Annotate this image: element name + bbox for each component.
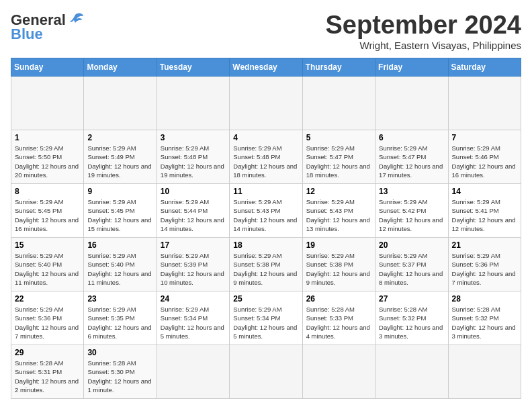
day-info: Sunrise: 5:28 AM Sunset: 5:31 PM Dayligh… xyxy=(15,359,80,394)
table-row: 30Sunrise: 5:28 AM Sunset: 5:30 PM Dayli… xyxy=(84,345,157,399)
day-info: Sunrise: 5:29 AM Sunset: 5:37 PM Dayligh… xyxy=(379,251,444,287)
day-info: Sunrise: 5:28 AM Sunset: 5:32 PM Dayligh… xyxy=(379,305,444,340)
day-info: Sunrise: 5:29 AM Sunset: 5:50 PM Dayligh… xyxy=(15,144,80,179)
table-row: 22Sunrise: 5:29 AM Sunset: 5:36 PM Dayli… xyxy=(11,291,84,345)
day-info: Sunrise: 5:29 AM Sunset: 5:47 PM Dayligh… xyxy=(379,144,444,179)
table-row: 7Sunrise: 5:29 AM Sunset: 5:46 PM Daylig… xyxy=(448,130,521,184)
table-row: 4Sunrise: 5:29 AM Sunset: 5:48 PM Daylig… xyxy=(230,130,302,184)
day-info: Sunrise: 5:28 AM Sunset: 5:33 PM Dayligh… xyxy=(306,305,371,340)
calendar-week-row xyxy=(11,77,521,130)
calendar-week-row: 15Sunrise: 5:29 AM Sunset: 5:40 PM Dayli… xyxy=(11,238,521,291)
day-number: 17 xyxy=(161,240,226,250)
day-number: 25 xyxy=(233,294,298,304)
col-friday: Friday xyxy=(375,58,448,77)
day-info: Sunrise: 5:28 AM Sunset: 5:30 PM Dayligh… xyxy=(87,359,152,394)
day-info: Sunrise: 5:29 AM Sunset: 5:47 PM Dayligh… xyxy=(306,144,371,179)
table-row xyxy=(230,345,302,399)
day-number: 28 xyxy=(452,294,517,304)
table-row: 29Sunrise: 5:28 AM Sunset: 5:31 PM Dayli… xyxy=(11,345,84,399)
day-info: Sunrise: 5:29 AM Sunset: 5:34 PM Dayligh… xyxy=(233,305,298,340)
col-thursday: Thursday xyxy=(302,58,375,77)
day-info: Sunrise: 5:29 AM Sunset: 5:45 PM Dayligh… xyxy=(15,197,80,233)
day-number: 13 xyxy=(379,187,444,196)
table-row: 21Sunrise: 5:29 AM Sunset: 5:36 PM Dayli… xyxy=(448,238,521,291)
day-number: 14 xyxy=(452,187,517,196)
logo: General Blue xyxy=(11,11,85,43)
table-row: 6Sunrise: 5:29 AM Sunset: 5:47 PM Daylig… xyxy=(375,130,448,184)
calendar-week-row: 1Sunrise: 5:29 AM Sunset: 5:50 PM Daylig… xyxy=(11,130,521,184)
table-row xyxy=(230,77,302,130)
day-info: Sunrise: 5:29 AM Sunset: 5:34 PM Dayligh… xyxy=(161,305,226,340)
col-tuesday: Tuesday xyxy=(157,58,229,77)
day-info: Sunrise: 5:29 AM Sunset: 5:49 PM Dayligh… xyxy=(87,144,152,179)
table-row: 1Sunrise: 5:29 AM Sunset: 5:50 PM Daylig… xyxy=(11,130,84,184)
table-row xyxy=(448,345,521,399)
table-row: 24Sunrise: 5:29 AM Sunset: 5:34 PM Dayli… xyxy=(157,291,229,345)
day-info: Sunrise: 5:29 AM Sunset: 5:42 PM Dayligh… xyxy=(379,197,444,233)
day-number: 4 xyxy=(233,133,298,142)
day-number: 24 xyxy=(161,294,226,304)
day-number: 7 xyxy=(452,133,517,142)
day-info: Sunrise: 5:29 AM Sunset: 5:46 PM Dayligh… xyxy=(452,144,517,179)
col-wednesday: Wednesday xyxy=(230,58,302,77)
day-info: Sunrise: 5:29 AM Sunset: 5:48 PM Dayligh… xyxy=(233,144,298,179)
table-row xyxy=(375,345,448,399)
table-row xyxy=(157,345,229,399)
day-number: 11 xyxy=(233,187,298,196)
table-row xyxy=(302,345,375,399)
table-row: 15Sunrise: 5:29 AM Sunset: 5:40 PM Dayli… xyxy=(11,238,84,291)
table-row xyxy=(11,77,84,130)
month-title: September 2024 xyxy=(326,11,522,40)
day-info: Sunrise: 5:29 AM Sunset: 5:40 PM Dayligh… xyxy=(87,251,152,287)
day-info: Sunrise: 5:29 AM Sunset: 5:39 PM Dayligh… xyxy=(161,251,226,287)
table-row xyxy=(448,77,521,130)
day-number: 27 xyxy=(379,294,444,304)
day-number: 3 xyxy=(161,133,226,142)
table-row: 26Sunrise: 5:28 AM Sunset: 5:33 PM Dayli… xyxy=(302,291,375,345)
table-row: 12Sunrise: 5:29 AM Sunset: 5:43 PM Dayli… xyxy=(302,184,375,238)
col-saturday: Saturday xyxy=(448,58,521,77)
col-sunday: Sunday xyxy=(11,58,84,77)
day-info: Sunrise: 5:29 AM Sunset: 5:45 PM Dayligh… xyxy=(87,197,152,233)
day-number: 6 xyxy=(379,133,444,142)
day-number: 26 xyxy=(306,294,371,304)
table-row xyxy=(84,77,157,130)
day-number: 18 xyxy=(233,240,298,250)
table-row: 18Sunrise: 5:29 AM Sunset: 5:38 PM Dayli… xyxy=(230,238,302,291)
table-row: 8Sunrise: 5:29 AM Sunset: 5:45 PM Daylig… xyxy=(11,184,84,238)
day-number: 2 xyxy=(87,133,152,142)
table-row: 20Sunrise: 5:29 AM Sunset: 5:37 PM Dayli… xyxy=(375,238,448,291)
calendar-week-row: 22Sunrise: 5:29 AM Sunset: 5:36 PM Dayli… xyxy=(11,291,521,345)
day-number: 16 xyxy=(87,240,152,250)
day-info: Sunrise: 5:28 AM Sunset: 5:32 PM Dayligh… xyxy=(452,305,517,340)
calendar-week-row: 8Sunrise: 5:29 AM Sunset: 5:45 PM Daylig… xyxy=(11,184,521,238)
table-row: 28Sunrise: 5:28 AM Sunset: 5:32 PM Dayli… xyxy=(448,291,521,345)
day-info: Sunrise: 5:29 AM Sunset: 5:36 PM Dayligh… xyxy=(15,305,80,340)
table-row: 11Sunrise: 5:29 AM Sunset: 5:43 PM Dayli… xyxy=(230,184,302,238)
day-info: Sunrise: 5:29 AM Sunset: 5:38 PM Dayligh… xyxy=(306,251,371,287)
day-info: Sunrise: 5:29 AM Sunset: 5:43 PM Dayligh… xyxy=(306,197,371,233)
day-info: Sunrise: 5:29 AM Sunset: 5:40 PM Dayligh… xyxy=(15,251,80,287)
day-number: 30 xyxy=(87,348,152,357)
day-number: 8 xyxy=(15,187,80,196)
table-row: 13Sunrise: 5:29 AM Sunset: 5:42 PM Dayli… xyxy=(375,184,448,238)
calendar-header-row: Sunday Monday Tuesday Wednesday Thursday… xyxy=(11,58,521,77)
day-number: 19 xyxy=(306,240,371,250)
day-info: Sunrise: 5:29 AM Sunset: 5:36 PM Dayligh… xyxy=(452,251,517,287)
table-row: 5Sunrise: 5:29 AM Sunset: 5:47 PM Daylig… xyxy=(302,130,375,184)
table-row: 27Sunrise: 5:28 AM Sunset: 5:32 PM Dayli… xyxy=(375,291,448,345)
calendar-week-row: 29Sunrise: 5:28 AM Sunset: 5:31 PM Dayli… xyxy=(11,345,521,399)
table-row: 3Sunrise: 5:29 AM Sunset: 5:48 PM Daylig… xyxy=(157,130,229,184)
calendar-table: Sunday Monday Tuesday Wednesday Thursday… xyxy=(11,58,521,399)
day-info: Sunrise: 5:29 AM Sunset: 5:48 PM Dayligh… xyxy=(161,144,226,179)
day-number: 10 xyxy=(161,187,226,196)
logo-bird-icon xyxy=(66,11,85,30)
location: Wright, Eastern Visayas, Philippines xyxy=(326,40,522,51)
table-row: 16Sunrise: 5:29 AM Sunset: 5:40 PM Dayli… xyxy=(84,238,157,291)
day-info: Sunrise: 5:29 AM Sunset: 5:41 PM Dayligh… xyxy=(452,197,517,233)
table-row xyxy=(157,77,229,130)
day-info: Sunrise: 5:29 AM Sunset: 5:44 PM Dayligh… xyxy=(161,197,226,233)
day-info: Sunrise: 5:29 AM Sunset: 5:35 PM Dayligh… xyxy=(87,305,152,340)
col-monday: Monday xyxy=(84,58,157,77)
day-info: Sunrise: 5:29 AM Sunset: 5:43 PM Dayligh… xyxy=(233,197,298,233)
